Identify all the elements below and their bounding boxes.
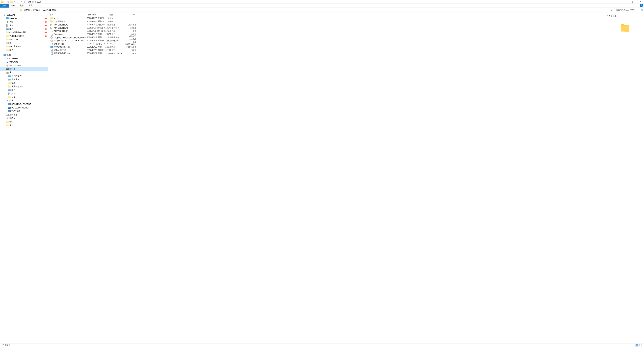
qat-dropdown-icon[interactable]: ▾ xyxy=(20,0,23,3)
tree-item[interactable]: 软件 xyxy=(0,120,48,124)
tree-item[interactable]: ☁OneDrive xyxy=(0,57,48,60)
ribbon-tab-share[interactable]: 共享 xyxy=(18,4,26,7)
tree-item[interactable]: ⬇下载📌 xyxy=(0,20,48,24)
file-date: 2015/5/10, 星期日 02... xyxy=(87,30,107,32)
details-view-button[interactable] xyxy=(635,344,638,347)
tree-item[interactable]: 控制面板 xyxy=(0,113,48,116)
chevron-right-icon[interactable]: › xyxy=(23,9,23,11)
up-button[interactable]: ↑ xyxy=(14,8,18,12)
window-title: Win7x64_2020 xyxy=(26,1,621,3)
recent-dropdown[interactable]: ▾ xyxy=(10,8,14,12)
separator: | xyxy=(24,1,25,3)
file-date: 2016/10/23, 星期日 0... xyxy=(87,49,107,52)
file-name: 硬盘安装教程.html xyxy=(54,52,70,55)
file-date: 2016/11/21, 星期一 2... xyxy=(87,52,107,55)
file-row[interactable]: AUTORUN.EXE2016/1/8, 星期五 04:...应用程序1,926… xyxy=(48,23,605,26)
file-row[interactable]: AUTORUN.INF2015/5/10, 星期日 02...安装信息1 KB xyxy=(48,29,605,33)
file-type: DAT 文件 xyxy=(107,33,126,36)
file-row[interactable]: 光盘说明.TXT2016/10/23, 星期日 0...TXT 文件5 KB xyxy=(48,49,605,52)
large-icons-view-button[interactable] xyxy=(639,344,642,347)
tree-item[interactable]: 桌面 xyxy=(0,53,48,57)
file-row[interactable]: U盘安装教程2020/12/25, 星期五 1...文件夹 xyxy=(48,20,605,23)
delete-icon[interactable]: ✕ xyxy=(14,0,16,3)
column-header-date[interactable]: 修改日期 xyxy=(87,13,107,16)
svg-rect-6 xyxy=(641,346,642,346)
tree-item[interactable]: Desktop📌 xyxy=(0,16,48,20)
tree-item[interactable]: win7重装win7 xyxy=(0,45,48,48)
properties-icon[interactable]: ☑ xyxy=(7,0,10,3)
help-icon[interactable]: ? xyxy=(640,4,643,7)
tree-item[interactable]: excel表格制作求和📌 xyxy=(0,31,48,34)
ribbon-tab-file[interactable]: 文件 xyxy=(0,4,9,7)
chevron-right-icon[interactable]: › xyxy=(58,9,58,11)
tree-item[interactable]: 图片 xyxy=(0,88,48,92)
column-header-name[interactable]: 名称 ▴ xyxy=(48,13,87,16)
tree-item[interactable]: 图片📌 xyxy=(0,27,48,31)
file-row[interactable]: pe_yqs_xp_20_07_31_15_53.iso2020/10/12, … xyxy=(48,39,605,42)
tree-item[interactable]: 图片 xyxy=(0,48,48,52)
column-header-size[interactable]: 大小 xyxy=(126,13,137,16)
column-header-type[interactable]: 类型 xyxy=(107,13,126,16)
ic-lib-icon xyxy=(6,71,9,74)
tree-item[interactable]: 此电脑 xyxy=(0,67,48,71)
file-row[interactable]: AUTORUN.ICO2015/5/10, 星期日 02...ICO 图片文件1… xyxy=(48,26,605,29)
tree-item[interactable]: 本机照片 xyxy=(0,78,48,81)
minimize-button[interactable]: ─ xyxy=(621,0,628,4)
forward-button[interactable]: → xyxy=(5,8,9,12)
ribbon: 文件 主页 共享 查看 ⌄ ? xyxy=(0,4,644,8)
breadcrumb-item[interactable]: 此电脑 xyxy=(24,9,31,11)
svg-rect-4 xyxy=(641,345,642,345)
file-row[interactable]: Tools2020/12/25, 星期五 1...文件夹 xyxy=(48,17,605,20)
chevron-right-icon[interactable]: › xyxy=(42,9,42,11)
ribbon-tab-view[interactable]: 查看 xyxy=(26,4,35,7)
file-row[interactable]: Win7x64.gho2019/9/7, 星期六 19:...GHO 文件2,9… xyxy=(48,42,605,45)
tree-item[interactable]: YUNQISHI2019📌 xyxy=(0,34,48,38)
search-icon[interactable]: 🔍 xyxy=(641,9,644,11)
ic-folder-dim-icon xyxy=(6,35,9,37)
new-folder-icon[interactable] xyxy=(10,0,13,3)
rename-icon[interactable]: ▭ xyxy=(17,0,20,3)
refresh-icon[interactable]: ⟳ xyxy=(611,9,613,11)
tree-item[interactable]: DESKTOP-LSSOEDP xyxy=(0,102,48,106)
file-type-icon xyxy=(50,39,53,42)
ic-pic-icon xyxy=(6,28,9,30)
tree-item[interactable]: ★快速访问 xyxy=(0,13,48,16)
tree-item[interactable]: 🗑回收站 xyxy=(0,116,48,120)
ic-folder-dim-icon xyxy=(8,82,11,84)
tree-item[interactable]: 文档 xyxy=(0,92,48,95)
tree-item[interactable]: 音乐 xyxy=(0,95,48,99)
back-button[interactable]: ← xyxy=(1,8,5,12)
tree-item[interactable]: ZMT2019 xyxy=(0,109,48,113)
file-row[interactable]: 本地硬盘安装.exe2020/10/12, 星期一 1...应用程序28,315… xyxy=(48,45,605,49)
search-input[interactable] xyxy=(616,9,641,11)
address-dropdown-icon[interactable]: ▾ xyxy=(610,9,611,11)
details-summary: 12 个项目 xyxy=(607,15,642,18)
tree-item[interactable]: ☁WPS网盘 xyxy=(0,60,48,64)
close-button[interactable]: ✕ xyxy=(636,0,644,4)
tree-item[interactable]: Administrator xyxy=(0,64,48,67)
ic-pic-icon xyxy=(8,89,11,91)
ribbon-expand-icon[interactable]: ⌄ xyxy=(636,4,640,7)
tree-item[interactable]: 文件 xyxy=(0,124,48,127)
tree-item[interactable]: 视频 xyxy=(0,81,48,85)
tree-item[interactable]: 天翼云盘下载 xyxy=(0,85,48,88)
ic-user-icon xyxy=(6,64,9,67)
maximize-button[interactable]: ◻ xyxy=(628,0,636,4)
tree-item[interactable]: 文档📌 xyxy=(0,24,48,27)
tree-item[interactable]: Bandicam xyxy=(0,38,48,41)
breadcrumb-item[interactable]: 文档 (E:) xyxy=(32,9,41,11)
address-bar[interactable]: › 此电脑 › 文档 (E:) › Win7x64_2020 › ▾ ⟳ xyxy=(19,8,614,12)
file-type: 光盘映像文件 xyxy=(107,39,126,42)
tree-item[interactable]: 保存的图片 xyxy=(0,74,48,78)
tree-item[interactable]: G:\ xyxy=(0,41,48,45)
tree-item[interactable]: PC-20190530OBLA xyxy=(0,106,48,109)
file-row[interactable]: 硬盘安装教程.html2016/11/21, 星期一 2...360 se HT… xyxy=(48,52,605,55)
tree-item[interactable]: 🖧网络 xyxy=(0,99,48,102)
chevron-right-icon[interactable]: › xyxy=(31,9,32,11)
tree-item[interactable]: 库 xyxy=(0,71,48,74)
breadcrumb-item[interactable]: Win7x64_2020 xyxy=(42,9,57,11)
ribbon-tab-home[interactable]: 主页 xyxy=(9,4,18,7)
search-box[interactable]: 🔍 xyxy=(615,8,643,12)
tree-item-label: 网络 xyxy=(10,99,14,102)
file-type-icon xyxy=(50,23,53,26)
